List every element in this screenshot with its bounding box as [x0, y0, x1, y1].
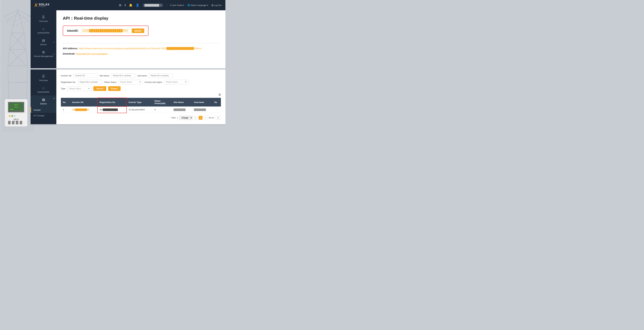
user-guide-icon: ℹ	[170, 4, 171, 6]
download-link[interactable]: Download API Documentation	[76, 52, 108, 55]
user-icon[interactable]: 👤	[136, 3, 139, 7]
goto-input[interactable]	[215, 116, 221, 120]
bell-icon[interactable]: 🔔	[129, 3, 132, 7]
token-box: tokenID: 2020████████████████553 update	[63, 25, 148, 36]
sidebar-item-device[interactable]: ▤ Device ▾	[30, 36, 56, 48]
svg-rect-30	[8, 121, 11, 124]
user-dropdown-arrow: ▾	[160, 4, 161, 6]
reg-no-label: Registration No.	[61, 81, 76, 83]
token-label: tokenID:	[67, 29, 78, 32]
bottom-device-label: Device	[40, 102, 47, 105]
goto-label: Go to	[209, 116, 214, 119]
type-label: Type	[61, 87, 65, 90]
col-da: Da	[212, 98, 221, 106]
bottom-sidebar-overview[interactable]: ☰ Overview	[30, 72, 56, 84]
col-inverter-type: Inverter Type	[126, 98, 153, 106]
device-mgmt-label: Device Management	[34, 55, 53, 57]
logo-solax-label: SOLAX	[39, 3, 50, 6]
token-value: 2020████████████████553	[81, 28, 129, 33]
site-name-input[interactable]	[111, 73, 135, 78]
bottom-system-label: System&Site	[38, 91, 50, 93]
bottom-device-arrow: ▾	[54, 98, 54, 99]
filter-row-3: Type Please Select Search Export	[61, 86, 221, 91]
type-select[interactable]: Please Select	[67, 86, 92, 91]
online-status-label: Online Status	[104, 81, 116, 83]
bottom-panel: ☰ Overview ⌂ System&Site ▤ Device ▾ Inve…	[30, 69, 226, 124]
username-label: Username	[137, 74, 147, 77]
sidebar-subitem-ev[interactable]: EV Charger	[30, 113, 56, 118]
svg-rect-26	[10, 109, 13, 110]
username-input[interactable]	[149, 73, 173, 78]
user-guide-link[interactable]: ℹ User Guide ▾	[170, 4, 184, 6]
country-select[interactable]: Please Select	[164, 80, 188, 84]
cell-inverter-sn: XE████████92	[70, 106, 98, 113]
col-no: No.	[61, 98, 70, 106]
prev-page-btn[interactable]: ‹	[194, 116, 198, 120]
inverter-sn-input[interactable]	[74, 73, 98, 78]
filter-row-2: Registration No. Online Status Please Se…	[61, 80, 221, 84]
sidebar-item-overview[interactable]: ☰ Overview	[30, 13, 56, 25]
svg-text:SOLAX: SOLAX	[14, 118, 18, 120]
inverter-table: No. Inverter SN Registration No. Inverte…	[61, 98, 221, 113]
logo-x-icon: X	[34, 2, 38, 8]
download-label: Download:	[63, 52, 75, 55]
pagination-row: Total 1 10/page ‹ 1 › Go to	[61, 116, 221, 120]
cell-registration-no: SW██████████	[98, 106, 126, 113]
next-page-btn[interactable]: ›	[204, 116, 207, 120]
svg-point-27	[9, 115, 10, 117]
col-username: Username	[192, 98, 212, 106]
per-page-select[interactable]: 10/page	[179, 116, 192, 120]
bottom-sidebar-system[interactable]: ⌂ System&Site	[30, 84, 56, 95]
cell-site-name: ████████	[172, 106, 192, 113]
grid-nav-icon[interactable]: ⊞	[119, 3, 122, 7]
sidebar-item-device-management[interactable]: ⊞ Device Management ▾	[30, 48, 56, 60]
sidebar-item-system[interactable]: ⌂ System&Site	[30, 25, 56, 36]
col-site-name: Site Name	[172, 98, 192, 106]
logout-label: Log Out	[214, 4, 222, 6]
download-row: Download: Download API Documentation	[63, 52, 219, 55]
logo-power-label: POWER	[39, 6, 50, 7]
bottom-sidebar-device[interactable]: ▤ Device ▾	[30, 95, 56, 107]
page-1-btn[interactable]: 1	[199, 116, 203, 120]
cell-inverter-type: X1-Boost/Air/Mini	[126, 106, 153, 113]
language-label: Select Language	[190, 4, 206, 6]
table-head: No. Inverter SN Registration No. Inverte…	[61, 98, 221, 106]
bottom-device-icon: ▤	[42, 98, 45, 101]
logout-icon: ⏻	[212, 4, 214, 6]
online-status-select[interactable]: Please Select	[118, 80, 142, 84]
overview-icon: ☰	[42, 15, 45, 19]
export-button[interactable]: Export	[108, 86, 120, 91]
update-button[interactable]: update	[132, 28, 144, 33]
info-icon[interactable]: ℹ	[124, 3, 126, 7]
bottom-main-content: Inverter SN Site Name Username Registrat…	[56, 69, 226, 124]
total-label: Total	[171, 116, 176, 119]
page-title: API：Real-time display	[63, 15, 219, 21]
top-sidebar: ☰ Overview ⌂ System&Site ▤ Device ▾ ⊞ De…	[30, 10, 56, 68]
device-arrow: ▾	[54, 41, 54, 43]
filter-row-1: Inverter SN Site Name Username	[61, 73, 221, 78]
col-rated-power: RatedPower(kW)	[153, 98, 172, 106]
api-address-url[interactable]: https://www.solaxcloud.com/proxyApp/prox…	[78, 47, 202, 50]
user-dropdown[interactable]: ██████████ ▾	[142, 3, 163, 7]
logout-btn[interactable]: ⏻ Log Out	[212, 4, 222, 6]
total-count: 1	[177, 116, 178, 119]
search-button[interactable]: Search	[94, 86, 106, 91]
reg-no-input[interactable]	[78, 80, 102, 84]
table-header-row: ⊞	[61, 93, 221, 96]
sidebar-subitem-inverter[interactable]: Inverter	[30, 107, 56, 113]
country-label: Country and region	[144, 81, 162, 83]
table-row: 1 XE████████92 SW██████████ X1-Boost/Air…	[61, 106, 221, 113]
svg-point-28	[12, 115, 13, 117]
svg-text:POWER: POWER	[14, 120, 18, 121]
grid-view-icon[interactable]: ⊞	[218, 93, 221, 96]
col-registration-no: Registration No.	[98, 98, 126, 106]
language-select[interactable]: 🌐 Select Language ▾	[188, 4, 208, 6]
cell-rated-power: 5	[153, 106, 172, 113]
navbar-icons: ⊞ ℹ 🔔 👤 ██████████ ▾ | ℹ User Guide ▾ 🌐 …	[119, 3, 222, 7]
top-content-area: ☰ Overview ⌂ System&Site ▤ Device ▾ ⊞ De…	[30, 10, 226, 68]
bottom-sidebar: ☰ Overview ⌂ System&Site ▤ Device ▾ Inve…	[30, 69, 56, 124]
system-icon: ⌂	[42, 27, 44, 30]
inverter-sn-label: Inverter SN	[61, 74, 72, 77]
api-address-label: API Address:	[63, 47, 78, 50]
bottom-system-icon: ⌂	[42, 86, 44, 90]
